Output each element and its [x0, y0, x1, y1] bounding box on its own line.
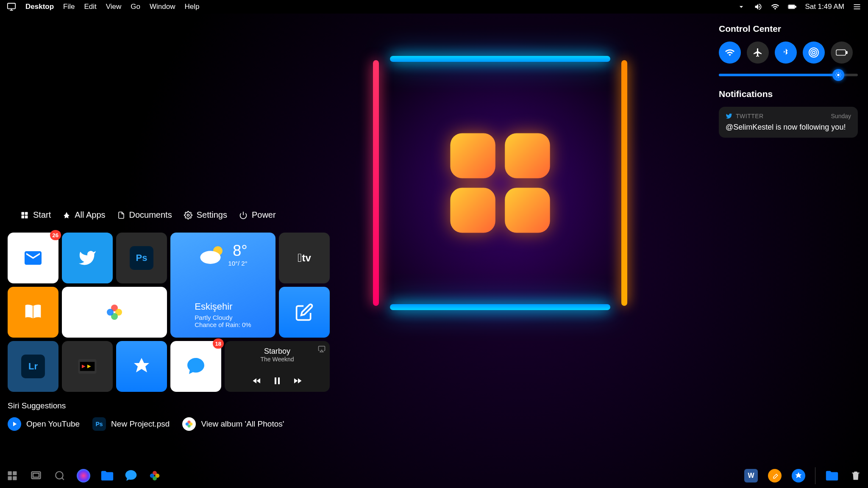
svg-point-49	[837, 74, 839, 76]
dock-siri[interactable]	[75, 467, 92, 485]
volume-icon[interactable]	[754, 3, 762, 11]
photoshop-icon: Ps	[92, 417, 106, 431]
play-icon	[11, 420, 18, 428]
clock[interactable]: Sat 1:49 AM	[805, 3, 844, 11]
weather-location: Eskişehir	[195, 301, 251, 312]
menu-file[interactable]: File	[63, 3, 75, 11]
prev-icon[interactable]	[252, 376, 262, 386]
battery-icon	[836, 49, 848, 56]
tile-weather[interactable]: 8° 10°/ 2° Eskişehir Partly Cloudy Chanc…	[170, 233, 275, 338]
lightroom-icon: Lr	[21, 355, 45, 378]
dock-notes[interactable]	[766, 467, 784, 485]
dropdown-icon[interactable]	[737, 3, 746, 11]
neon-artwork	[373, 56, 627, 310]
cc-lowpower[interactable]	[831, 42, 853, 64]
menu-help[interactable]: Help	[184, 3, 199, 11]
tab-settings[interactable]: Settings	[184, 210, 227, 220]
tile-compose[interactable]	[279, 287, 330, 338]
tab-start[interactable]: Start	[20, 210, 51, 220]
document-icon	[117, 211, 125, 219]
pause-icon[interactable]	[272, 376, 282, 386]
dock-messages[interactable]	[122, 467, 140, 485]
tile-lightroom[interactable]: Lr	[8, 341, 58, 392]
photoshop-icon: Ps	[130, 246, 153, 270]
notif-app-name: TWITTER	[736, 113, 764, 119]
appstore-icon	[792, 469, 805, 482]
brightness-slider[interactable]	[719, 74, 858, 76]
cc-heading: Control Center	[719, 24, 858, 34]
twitter-icon	[726, 113, 732, 119]
dock-appstore[interactable]	[790, 467, 807, 485]
svg-rect-9	[450, 133, 495, 178]
control-center-icon[interactable]	[853, 3, 861, 11]
weather-rain: Chance of Rain: 0%	[195, 321, 251, 328]
dock-finder[interactable]	[98, 467, 116, 485]
dock-right: W	[742, 467, 865, 485]
tile-messages[interactable]: 18	[170, 341, 221, 392]
tile-photos[interactable]	[62, 287, 167, 338]
word-icon: W	[744, 469, 758, 482]
dock-start[interactable]	[3, 467, 21, 485]
siri-heading: Siri Suggestions	[8, 401, 334, 410]
menu-window[interactable]: Window	[150, 3, 175, 11]
app-menu[interactable]: Desktop	[25, 3, 54, 11]
svg-rect-12	[505, 188, 550, 233]
dock-trash[interactable]	[847, 467, 865, 485]
siri-youtube[interactable]: Open YouTube	[8, 417, 80, 431]
weather-conditions: Partly Cloudy	[195, 314, 251, 321]
cc-wifi[interactable]	[719, 42, 741, 64]
grid-icon	[20, 211, 29, 219]
tile-music[interactable]: Starboy The Weeknd	[225, 341, 330, 392]
start-tabs: Start All Apps Documents Settings Power	[8, 205, 334, 225]
tile-mail[interactable]: 26	[8, 233, 58, 283]
photos-icon	[148, 469, 161, 482]
desktop-icon	[7, 2, 16, 11]
battery-icon[interactable]	[788, 3, 796, 11]
dock-downloads[interactable]	[823, 467, 841, 485]
tile-twitter[interactable]	[62, 233, 113, 283]
cc-bluetooth[interactable]	[775, 42, 797, 64]
siri-psd[interactable]: Ps New Project.psd	[92, 417, 170, 431]
svg-marker-27	[320, 350, 323, 352]
airplay-icon	[318, 345, 326, 353]
svg-rect-5	[796, 6, 796, 8]
tab-documents[interactable]: Documents	[117, 210, 172, 220]
menu-go[interactable]: Go	[131, 3, 140, 11]
tile-finalcut[interactable]	[62, 341, 113, 392]
control-center: Control Center Notifications TWITTER Sun…	[712, 17, 865, 144]
tile-books[interactable]	[8, 287, 58, 338]
next-icon[interactable]	[292, 376, 303, 386]
tile-photoshop[interactable]: Ps	[116, 233, 167, 283]
folder-icon	[825, 469, 839, 482]
cc-airdrop[interactable]	[803, 42, 825, 64]
siri-photos[interactable]: View album 'All Photos'	[182, 417, 284, 431]
tile-appstore[interactable]	[116, 341, 167, 392]
svg-rect-11	[450, 188, 495, 233]
tab-allapps[interactable]: All Apps	[63, 210, 105, 220]
book-icon	[24, 303, 42, 322]
dock-left	[3, 467, 164, 485]
dock-taskview[interactable]	[27, 467, 45, 485]
search-icon	[54, 470, 65, 481]
music-title: Starboy	[260, 347, 294, 356]
weather-temp: 8°	[228, 242, 247, 260]
notif-heading: Notifications	[719, 89, 858, 99]
notification-card[interactable]: TWITTER Sunday @SelimKestel is now follo…	[719, 107, 858, 138]
menu-view[interactable]: View	[106, 3, 122, 11]
taskview-icon	[30, 470, 42, 482]
photos-icon	[104, 302, 125, 322]
siri-icon	[77, 469, 90, 482]
start-panel: Start All Apps Documents Settings Power …	[8, 205, 334, 431]
svg-rect-32	[8, 471, 12, 475]
tab-power[interactable]: Power	[239, 210, 276, 220]
dock-photos[interactable]	[146, 467, 164, 485]
dock-word[interactable]: W	[742, 467, 760, 485]
svg-point-43	[150, 474, 154, 478]
tile-appletv[interactable]: tv	[279, 233, 330, 283]
gear-icon	[184, 211, 192, 219]
airplane-icon	[753, 47, 763, 58]
cc-airplane[interactable]	[747, 42, 769, 64]
menu-edit[interactable]: Edit	[84, 3, 96, 11]
dock-search[interactable]	[51, 467, 69, 485]
wifi-icon[interactable]	[771, 3, 779, 11]
